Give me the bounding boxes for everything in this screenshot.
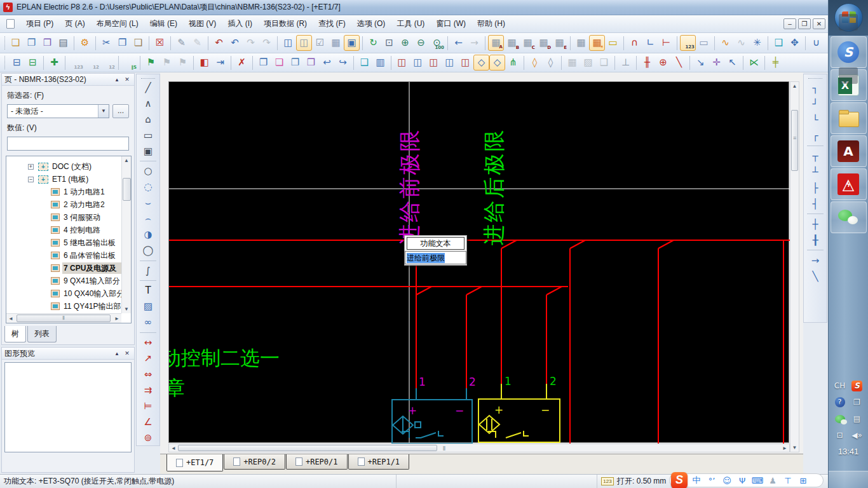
scroll-left-icon[interactable]: ◄ [171,445,176,451]
wire-drop-2[interactable] [466,287,482,388]
jump-into[interactable]: ⇥ [212,55,228,71]
tooltip-edit-field[interactable]: 进给前极限 [405,251,466,264]
dim-linear[interactable]: ↔ [140,334,156,350]
menu-page[interactable]: 页 (A) [59,16,90,32]
tree-hscroll-thumb[interactable]: ⦀ [17,315,111,322]
zoom-in[interactable]: ⊕ [397,35,413,51]
ime-punctuation[interactable]: °’ [704,476,719,485]
grid-toggle[interactable]: ▦ [573,35,589,51]
workbook-view[interactable]: ▣ [344,35,360,51]
delete-selection[interactable]: ☒ [152,35,168,51]
taskbar-wechat[interactable] [831,201,867,233]
number-pages[interactable]: 123 [68,55,84,71]
menu-utilities[interactable]: 工具 (U) [391,16,430,32]
draw-sector[interactable]: ◑ [140,227,156,243]
toolbar-grip[interactable] [4,36,5,50]
connection-grid[interactable]: ✳ [749,35,765,51]
function-text-front-limit[interactable]: 进给前极限 [397,128,422,246]
connection-line[interactable]: ╲ [807,268,824,284]
taskbar-autocad[interactable]: A [831,135,867,167]
t-contact[interactable]: ╫ [639,55,655,71]
format-brush-gray[interactable]: ✎ [189,35,205,51]
window-tile[interactable]: ◫ [280,35,296,51]
tab-list[interactable]: 列表 [27,326,57,342]
menu-window[interactable]: 窗口 (W) [430,16,471,32]
scroll-right-icon[interactable]: ► [114,316,119,322]
dim-datum[interactable]: ⊨ [140,398,156,414]
coil-right[interactable]: ◊ [543,55,559,71]
canvas-vscroll-thumb[interactable] [791,110,798,171]
taskbar-file-explorer[interactable] [831,102,867,134]
ime-emoji[interactable]: ☺ [719,476,735,485]
taskbar-eplan[interactable] [831,168,867,200]
wire-drop-5[interactable] [570,240,585,444]
chevron-down-icon[interactable]: ▼ [98,105,109,118]
canvas-hscroll-thumb[interactable] [178,445,437,451]
menu-insert[interactable]: 插入 (I) [222,16,258,32]
show-desktop-button[interactable] [829,471,868,488]
draw-rectangle-2[interactable]: ▣ [140,143,156,159]
tree-node-et1[interactable]: −+ET1 (电板) [6,173,131,186]
symbol-diamond-1[interactable]: ◇ [473,55,489,71]
next-page[interactable]: ↪ [335,55,351,71]
format-brush[interactable]: ✎ [173,35,189,51]
insert-hyperlink[interactable]: ∞ [140,315,156,330]
device-navigate-5[interactable]: ◫ [458,55,473,71]
ime-skin-shirt[interactable]: ⊤ [780,476,796,485]
grid-d[interactable]: ▦D [536,35,552,51]
o-contact[interactable]: ⊕ [655,55,671,71]
tree-page-7[interactable]: 7 CPU及电源及 [6,262,131,274]
multi-wire[interactable]: ╪ [768,55,783,71]
snap-to-grid[interactable]: ▦✶ [589,35,605,51]
tree-page-9[interactable]: 9 QX41输入部分 [6,274,131,287]
menu-edit[interactable]: 编辑 (E) [144,16,183,32]
stamp[interactable]: ⊥ [618,55,634,71]
zoom-window[interactable]: ⊡ [381,35,397,51]
filter-browse-button[interactable]: ... [112,104,129,118]
tray-volume[interactable]: ◀» [851,431,862,440]
exit-page[interactable]: ◧ [196,55,212,71]
menu-project-data[interactable]: 项目数据 (R) [258,16,313,32]
paste[interactable]: ❏ [130,35,146,51]
device-navigate-4[interactable]: ◫ [442,55,458,71]
zoom-out[interactable]: ⊖ [413,35,429,51]
plugin-puzzle[interactable]: ✚ [46,55,62,71]
dim-angle[interactable]: ∠ [140,414,156,430]
draw-arc-lower[interactable]: ⌣ [140,195,156,211]
ime-voice-mic[interactable]: Ψ [735,476,750,485]
project-management[interactable]: ❒ [39,35,55,51]
tray-clipboard[interactable]: ▤ [853,414,860,423]
drawing-canvas[interactable]: 进给前极限 进给后极限 动控制二选一 章 1 2 [168,81,789,443]
new-page[interactable]: ❏ [271,55,287,71]
grid-e[interactable]: ▦E [552,35,567,51]
corner-down-left[interactable]: ┐ [807,80,824,96]
page-macro[interactable]: ❒ [303,55,319,71]
zoom-100[interactable]: ⊙100 [429,35,445,51]
close-button[interactable]: ✕ [813,18,825,29]
scroll-up-icon[interactable]: ▲ [122,158,131,163]
menu-options[interactable]: 选项 (O) [351,16,391,32]
filter-columns[interactable]: ▥ [372,55,388,71]
new-project[interactable]: ❏ [8,35,24,51]
copy-page[interactable]: ❐ [255,55,271,71]
page-tree-view-2[interactable]: ⊟ [25,55,41,71]
value-input[interactable] [7,137,129,151]
scroll-right-icon[interactable]: ► [782,445,787,451]
draw-line[interactable]: ╱ [140,79,156,95]
minimize-button[interactable]: – [783,18,796,29]
t-node-up[interactable]: ┴ [807,164,824,180]
forward[interactable]: → [466,35,482,51]
draw-arc-upper[interactable]: ⌢ [140,211,156,227]
parts-cart[interactable]: ∪ [808,35,824,51]
tray-help[interactable]: ? [835,397,845,407]
move-handles[interactable]: ❑ [771,35,787,51]
flag-settings[interactable]: ⚑ [159,55,175,71]
scroll-down-icon[interactable]: ▼ [790,445,799,451]
window-cascade[interactable]: ◫ [296,35,312,51]
break-point-arrow[interactable]: → [807,252,824,268]
ime-lang-chinese[interactable]: 中 [689,475,704,486]
tree-vscroll-thumb[interactable] [123,178,131,201]
text-entry-box[interactable]: ▭ [696,35,712,51]
sheet-tab-rep0-1[interactable]: +REP0/1 [286,454,348,470]
panel-close-icon[interactable]: ✕ [123,349,132,358]
